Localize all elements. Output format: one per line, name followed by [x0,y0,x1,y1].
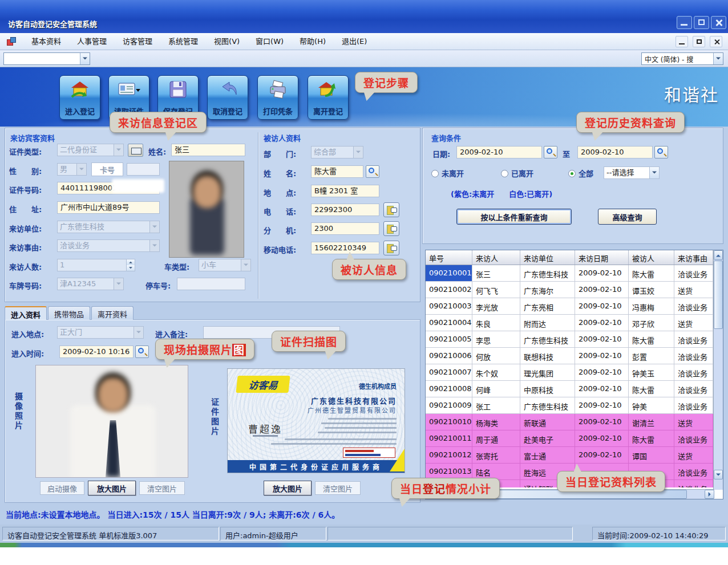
parking-label: 停车号: [145,280,171,291]
col-visitor[interactable]: 来访人 [472,250,520,265]
undo-arrow-icon [217,80,238,100]
plate-select[interactable]: 津A12345 [57,278,124,290]
dial-mobile-button[interactable] [383,241,399,255]
dial-phone-button[interactable] [383,202,399,217]
location-field[interactable]: B幢 2301 室 [311,185,379,197]
minimize-icon [681,24,687,26]
requery-button[interactable]: 按以上条件重新查询 [456,209,572,225]
tab-leave-info[interactable]: 离开资料 [91,306,134,320]
mdi-restore-button[interactable] [693,36,705,47]
card-member-text: 德生机构成员 [359,381,397,391]
col-order-no[interactable]: 单号 [426,250,472,265]
mobile-field[interactable]: 15602210349 [311,242,379,254]
entry-time-field[interactable]: 2009-02-10 10:16 [59,345,134,358]
tab-entry-info[interactable]: 进入资料 [5,306,47,320]
radio-not-left[interactable]: 未离开 [431,168,464,178]
dept-select[interactable]: 综合部 [311,146,363,158]
table-row[interactable]: 090210007 朱个奴 理光集团 2009-02-10 钟美玉 洽谈业务 [426,364,723,381]
restore-icon [698,19,705,25]
reason-select[interactable]: 洽谈业务 [57,239,160,252]
leave-register-button[interactable]: 离开登记 [308,75,349,120]
enlarge-photo-button[interactable]: 放大图片 [88,481,136,495]
table-row[interactable]: 090210009 张工 广东德生科技 2009-02-10 钟美 洽谈业务 [426,397,723,414]
table-row[interactable]: 090210001 张三 广东德生科技 2009-02-10 陈大雷 洽谈业务 [426,265,723,282]
gender-select[interactable]: 男 [57,163,87,176]
start-camera-button[interactable]: 启动摄像 [40,481,84,495]
company-select[interactable]: 广东德生科技 [57,221,160,233]
visitor-id-photo [169,161,244,258]
parking-field[interactable] [177,278,245,290]
date-to-field[interactable]: 2009-02-10 [577,146,653,158]
scroll-right-button[interactable] [705,490,714,499]
phone-field[interactable]: 22992300 [311,204,379,216]
menu-window[interactable]: 窗口(W) [248,33,292,50]
table-row[interactable]: 090210005 李思 广东德生科技 2009-02-10 陈大雷 洽谈业务 [426,331,723,348]
card-reader-button[interactable] [128,144,143,157]
entry-location-select[interactable]: 正大门 [57,326,144,339]
table-row[interactable]: 090210002 何飞飞 广东海尔 2009-02-10 谭玉姣 送货 [426,282,723,298]
table-row[interactable]: 090210003 李光放 广东亮相 2009-02-10 冯惠梅 洽谈业务 [426,298,723,315]
enter-register-button[interactable]: 进入登记 [59,75,100,120]
minimize-button[interactable] [677,16,692,29]
menu-visitor[interactable]: 访客管理 [115,33,160,50]
menu-basic-data[interactable]: 基本资料 [23,33,69,50]
card-number-field[interactable] [127,163,160,176]
interviewee-lookup-button[interactable] [366,165,379,178]
mdi-minimize-button[interactable] [676,36,688,47]
restore-button[interactable] [694,16,709,29]
callout-steps: 登记步骤 [355,72,418,93]
toolbar-combobox[interactable] [3,52,90,65]
clear-photo-button[interactable]: 清空图片 [139,481,185,495]
menu-view[interactable]: 视图(V) [206,33,248,50]
vertical-scroll-thumb[interactable] [714,261,723,329]
col-date[interactable]: 来访日期 [575,250,629,265]
card-number-button[interactable]: 卡号 [91,162,123,176]
vehicle-type-select[interactable]: 小车 [199,259,251,271]
address-field[interactable]: 广州市中山大道89号 [57,201,160,214]
col-company[interactable]: 来访单位 [520,250,575,265]
language-combobox[interactable]: 中文 (简体) - 搜 [641,52,723,65]
chevron-down-icon [353,147,363,158]
close-button[interactable] [711,16,726,29]
enlarge-card-button[interactable]: 放大图片 [264,481,312,495]
menu-help[interactable]: 帮助(H) [292,33,334,50]
menu-exit[interactable]: 退出(E) [334,33,375,50]
scroll-up-button[interactable] [714,250,723,260]
radio-all[interactable]: 全部 [568,168,593,178]
table-row[interactable]: 090210011 周于通 赴美电子 2009-02-10 陈大雷 洽谈业务 [426,430,723,447]
menu-hr[interactable]: 人事管理 [69,33,115,50]
filter-select[interactable]: --请选择 [604,166,660,179]
dial-ext-button[interactable] [383,221,399,236]
date-from-picker-button[interactable] [544,146,557,158]
table-row[interactable]: 090210012 张寄托 富士通 2009-02-10 谭国 送货 [426,447,723,464]
col-reason[interactable]: 来访事由 [674,250,713,265]
ext-label: 分 机: [264,225,296,235]
cancel-register-button[interactable]: 取消登记 [207,75,248,120]
spin-down-icon[interactable] [127,265,135,271]
interviewee-name-field[interactable]: 陈大雷 [311,165,363,178]
card-scan-image: 访客易 德生机构成员 广东德生科技有限公司 广州德生智盟贸易有限公司 曹超逸 中… [227,368,405,473]
col-interviewee[interactable]: 被访人 [629,250,674,265]
spin-up-icon[interactable] [127,259,135,265]
visitor-name-field[interactable]: 张三 [171,144,245,156]
scroll-down-button[interactable] [714,470,723,479]
clear-card-button[interactable]: 清空图片 [315,481,361,495]
date-to-picker-button[interactable] [654,146,668,158]
radio-left[interactable]: 已离开 [501,168,533,178]
menu-system[interactable]: 系统管理 [160,33,206,50]
print-slip-button[interactable]: 打印凭条 [257,75,298,120]
table-row[interactable]: 090210006 何放 联想科技 2009-02-10 彭置 洽谈业务 [426,348,723,364]
ext-field[interactable]: 2300 [311,222,379,235]
table-row[interactable]: 090210010 杨海类 新联通 2009-02-10 谢清兰 送货 [426,414,723,430]
table-row[interactable]: 090210008 何峰 中原科技 2009-02-10 陈大雷 洽谈业务 [426,381,723,397]
entry-time-picker-button[interactable] [135,345,149,358]
close-icon [714,39,722,47]
tab-carried-items[interactable]: 携带物品 [48,306,90,320]
id-type-select[interactable]: 二代身份证 [57,144,124,156]
advanced-query-button[interactable]: 高级查询 [598,209,657,225]
table-row[interactable]: 090210004 朱良 附而达 2009-02-10 邓子欣 送货 [426,315,723,331]
vertical-scrollbar[interactable] [713,250,723,490]
visitor-count-stepper[interactable]: 1 [57,259,135,271]
mdi-close-button[interactable] [710,36,722,47]
date-from-field[interactable]: 2009-02-10 [456,146,542,158]
